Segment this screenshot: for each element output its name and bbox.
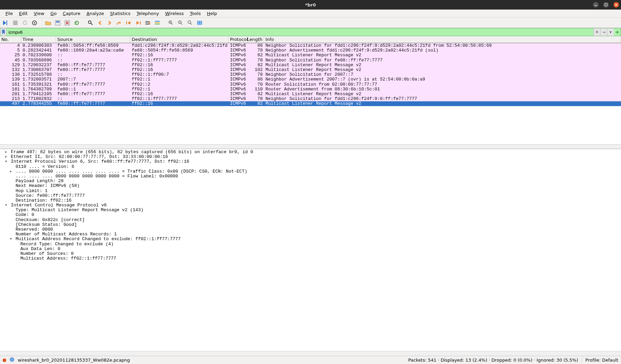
column-header-destination[interactable]: Destination xyxy=(130,36,229,43)
detail-line[interactable]: [Checksum Status: Good] xyxy=(0,222,621,227)
packet-row[interactable]: 1611.735391321fe80::ff:fe77:7777ff02::2I… xyxy=(0,82,621,87)
menu-telephony[interactable]: Telephony xyxy=(134,10,162,17)
menu-file[interactable]: File xyxy=(3,10,16,17)
svg-rect-14 xyxy=(126,21,127,25)
packet-row[interactable]: 40.238906303fe80::5054:ff:fe56:8569fdd1:… xyxy=(0,43,621,48)
add-filter-expression-button[interactable]: ＋ xyxy=(614,28,621,36)
start-capture-button[interactable] xyxy=(1,19,10,27)
goto-packet-button[interactable] xyxy=(115,19,124,27)
tree-toggle-icon[interactable]: ▸ xyxy=(9,169,13,174)
packet-details-tree[interactable]: ▸ Frame 497: 82 bytes on wire (656 bits)… xyxy=(0,149,621,351)
packet-row[interactable]: 450.703568896::ff02::1:ff77:7777ICMPv678… xyxy=(0,58,621,63)
column-header-time[interactable]: Time xyxy=(21,36,56,43)
resize-columns-button[interactable] xyxy=(195,19,204,27)
detail-line[interactable]: Reserved: 0000 xyxy=(0,227,621,232)
packet-row[interactable]: 2011.770412105fe80::ff:fe77:7777ff02::16… xyxy=(0,92,621,97)
menu-help[interactable]: Help xyxy=(204,10,220,17)
tree-toggle-icon[interactable]: ▸ xyxy=(4,155,8,159)
filter-recent-button[interactable]: ▾ xyxy=(607,28,614,36)
detail-line[interactable]: Number of Sources: 0 xyxy=(0,251,621,256)
detail-line[interactable]: Source: fe80::ff:fe77:7777 xyxy=(0,193,621,198)
packet-row[interactable]: 4972.778344255fe80::ff:fe77:7777ff02::16… xyxy=(0,101,621,106)
detail-line[interactable]: Hop Limit: 1 xyxy=(0,189,621,193)
menu-statistics[interactable]: Statistics xyxy=(107,10,133,17)
menu-capture[interactable]: Capture xyxy=(60,10,83,17)
tree-toggle-icon[interactable]: ▾ xyxy=(9,237,13,242)
packet-list-hscroll[interactable] xyxy=(0,144,621,149)
display-filter-input[interactable] xyxy=(6,28,593,36)
detail-line[interactable]: Aux Data Len: 0 xyxy=(0,247,621,251)
profile-label[interactable]: Profile: Default xyxy=(586,358,618,363)
go-forward-button[interactable] xyxy=(105,19,114,27)
save-file-button[interactable] xyxy=(53,19,62,27)
detail-line[interactable]: Multicast Address: ff02::1:ff77:7777 xyxy=(0,256,621,261)
window-maximize-button[interactable] xyxy=(603,2,609,8)
reload-file-button[interactable] xyxy=(72,19,81,27)
autoscroll-button[interactable] xyxy=(143,19,152,27)
restart-capture-button[interactable] xyxy=(20,19,29,27)
detail-line[interactable]: .... .... .... 0000 0000 0000 0000 0000 … xyxy=(0,174,621,179)
zoom-out-button[interactable] xyxy=(176,19,185,27)
detail-line[interactable]: Type: Multicast Listener Report Message … xyxy=(0,208,621,213)
tree-toggle-icon[interactable]: ▸ xyxy=(4,150,8,155)
last-packet-button[interactable] xyxy=(134,19,143,27)
menu-wireless[interactable]: Wireless xyxy=(162,10,186,17)
svg-rect-18 xyxy=(145,24,149,25)
open-file-button[interactable] xyxy=(44,19,53,27)
zoom-in-button[interactable] xyxy=(167,19,175,27)
tree-toggle-icon[interactable]: ▾ xyxy=(4,203,8,208)
column-header-length[interactable]: Length xyxy=(248,36,264,43)
colorize-button[interactable] xyxy=(153,19,162,27)
detail-line[interactable]: Next Header: ICMPv6 (58) xyxy=(0,184,621,188)
hex-view-hscroll[interactable] xyxy=(0,351,621,356)
detail-line[interactable]: ▸ Ethernet II, Src: 02:00:00:77:77:77, D… xyxy=(0,155,621,159)
window-minimize-button[interactable] xyxy=(593,2,598,8)
detail-line[interactable]: ▸ .... 0000 0000 .... .... .... .... ...… xyxy=(0,169,621,174)
filter-clear-button[interactable]: ✕ xyxy=(593,28,600,36)
close-file-button[interactable] xyxy=(63,19,72,27)
first-packet-button[interactable] xyxy=(124,19,133,27)
filter-bookmark-button[interactable] xyxy=(0,28,6,36)
detail-line[interactable]: Payload Length: 28 xyxy=(0,179,621,184)
detail-line[interactable]: ▸ Frame 497: 82 bytes on wire (656 bits)… xyxy=(0,150,621,155)
detail-line[interactable]: Record Type: Changed to exclude (4) xyxy=(0,242,621,247)
detail-line[interactable]: ▾ Internet Protocol Version 6, Src: fe80… xyxy=(0,159,621,164)
packet-list[interactable]: 40.238906303fe80::5054:ff:fe56:8569fdd1:… xyxy=(0,43,621,106)
zoom-reset-button[interactable] xyxy=(186,19,194,27)
menu-go[interactable]: Go xyxy=(48,10,59,17)
detail-line[interactable]: ▾ Multicast Address Record Changed to ex… xyxy=(0,237,621,242)
window-close-button[interactable] xyxy=(613,2,619,8)
tree-toggle-icon[interactable]: ▾ xyxy=(4,159,8,164)
packet-row[interactable]: 1291.729032237fe80::ff:fe77:7777ff02::16… xyxy=(0,63,621,68)
detail-line[interactable]: Destination: ff02::16 xyxy=(0,198,621,203)
column-header-protocol[interactable]: Protocol xyxy=(229,36,248,43)
detail-line[interactable]: Code: 0 xyxy=(0,213,621,217)
capture-options-button[interactable] xyxy=(30,19,39,27)
detail-line[interactable]: Checksum: 0x822c [correct] xyxy=(0,218,621,222)
stop-capture-button[interactable] xyxy=(11,19,20,27)
detail-line[interactable]: Number of Multicast Address Records: 1 xyxy=(0,232,621,237)
expert-info-icon[interactable] xyxy=(10,357,14,363)
filter-apply-button[interactable]: → xyxy=(600,28,607,36)
packet-row[interactable]: 1811.764382709fe80::1ff02::1ICMPv6110Rou… xyxy=(0,87,621,92)
tree-toggle-icon xyxy=(9,208,13,213)
menu-tools[interactable]: Tools xyxy=(187,10,203,17)
packet-row[interactable]: 1321.730863707fe80::ff:fe77:7777ff02::16… xyxy=(0,68,621,72)
packet-row[interactable]: 1381.732515788::ff02::1:ff00:7ICMPv678Ne… xyxy=(0,72,621,77)
column-header-source[interactable]: Source xyxy=(56,36,130,43)
menu-view[interactable]: View xyxy=(31,10,47,17)
packet-row[interactable]: 50.282342441fe80::1869:28a4:a23a:ca6efe8… xyxy=(0,48,621,53)
menu-analyze[interactable]: Analyze xyxy=(84,10,107,17)
capture-file-label[interactable]: wireshark_br0_20201128135337_Ww082e.pcap… xyxy=(18,358,130,363)
packet-row[interactable]: 250.702339600::ff02::16ICMPv682Multicast… xyxy=(0,53,621,58)
column-header-info[interactable]: Info xyxy=(264,36,621,43)
detail-line[interactable]: 0110 .... = Version: 6 xyxy=(0,164,621,169)
go-back-button[interactable] xyxy=(96,19,104,27)
column-header-no[interactable]: No. xyxy=(0,36,21,43)
capture-status-icon xyxy=(3,359,6,362)
find-packet-button[interactable] xyxy=(86,19,95,27)
menu-edit[interactable]: Edit xyxy=(16,10,30,17)
packet-row[interactable]: 1391.7328035712007::7ff02::1ICMPv686Neig… xyxy=(0,77,621,82)
packet-row[interactable]: 2131.771802932::ff02::1:ff77:7777ICMPv67… xyxy=(0,97,621,101)
detail-line[interactable]: ▾ Internet Control Message Protocol v6 xyxy=(0,203,621,208)
